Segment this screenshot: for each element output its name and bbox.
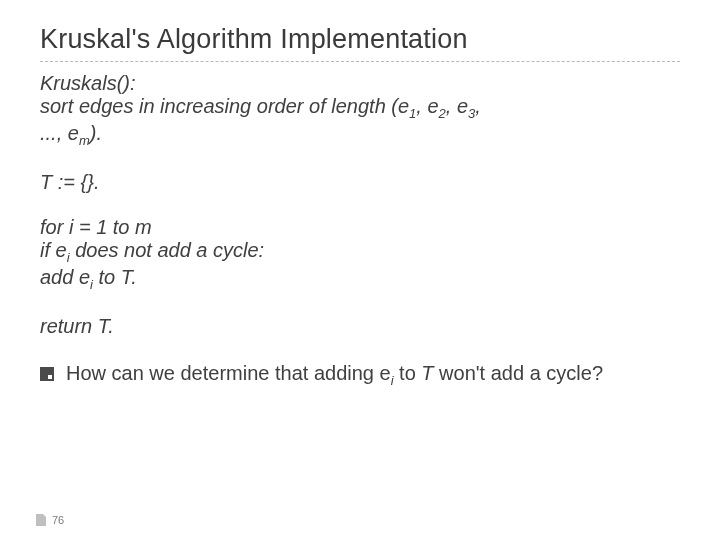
t: ..., e bbox=[40, 122, 79, 144]
t: if e bbox=[40, 239, 67, 261]
t: How can we determine that adding e bbox=[66, 362, 391, 384]
title-divider bbox=[40, 61, 680, 62]
algo-init: T := {}. bbox=[40, 171, 680, 194]
t: , bbox=[475, 95, 481, 117]
slide-title: Kruskal's Algorithm Implementation bbox=[40, 24, 680, 55]
t: , e bbox=[416, 95, 438, 117]
bullet-icon bbox=[40, 367, 54, 381]
t: to bbox=[394, 362, 422, 384]
t: won't add a cycle? bbox=[434, 362, 603, 384]
algo-sort-line1: sort edges in increasing order of length… bbox=[40, 95, 680, 122]
algo-if: if ei does not add a cycle: bbox=[40, 239, 680, 266]
bullet-text: How can we determine that adding ei to T… bbox=[66, 362, 603, 389]
t: ). bbox=[90, 122, 102, 144]
spacer bbox=[40, 149, 680, 171]
sub-m: m bbox=[79, 133, 90, 148]
t: does not add a cycle: bbox=[70, 239, 265, 261]
algo-sort-line2: ..., em). bbox=[40, 122, 680, 149]
bullet-item: How can we determine that adding ei to T… bbox=[40, 362, 680, 389]
algo-add: add ei to T. bbox=[40, 266, 680, 293]
algo-fn: Kruskals(): bbox=[40, 72, 680, 95]
algo-for: for i = 1 to m bbox=[40, 216, 680, 239]
page-icon bbox=[36, 514, 46, 526]
t: to T. bbox=[93, 266, 137, 288]
t: , e bbox=[446, 95, 468, 117]
slide-footer: 76 bbox=[36, 514, 64, 526]
page-number: 76 bbox=[52, 514, 64, 526]
slide-body: Kruskals(): sort edges in increasing ord… bbox=[40, 72, 680, 389]
t-italic: T bbox=[421, 362, 433, 384]
sub-2: 2 bbox=[439, 106, 446, 121]
algo-return: return T. bbox=[40, 315, 680, 338]
spacer bbox=[40, 194, 680, 216]
t: add e bbox=[40, 266, 90, 288]
slide: Kruskal's Algorithm Implementation Krusk… bbox=[0, 0, 720, 540]
spacer bbox=[40, 293, 680, 315]
t: sort edges in increasing order of length… bbox=[40, 95, 409, 117]
